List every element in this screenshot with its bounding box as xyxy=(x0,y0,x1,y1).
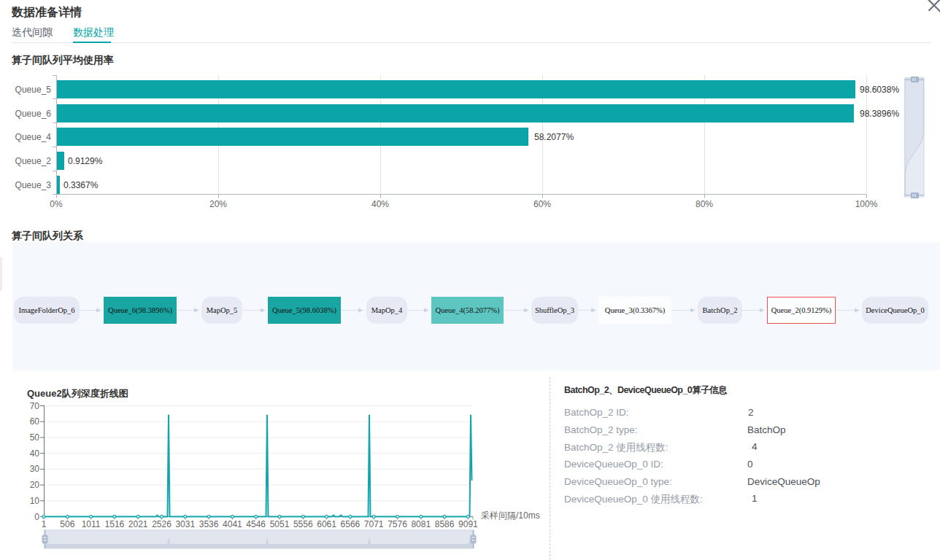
svg-text:40%: 40% xyxy=(371,199,389,209)
svg-text:1011: 1011 xyxy=(82,519,101,529)
svg-text:40: 40 xyxy=(30,448,40,459)
svg-text:6061: 6061 xyxy=(317,519,336,529)
svg-text:2021: 2021 xyxy=(128,519,148,529)
svg-text:0: 0 xyxy=(34,512,39,522)
svg-text:3536: 3536 xyxy=(199,519,219,529)
svg-text:Queue_2: Queue_2 xyxy=(15,156,52,166)
svg-text:6566: 6566 xyxy=(341,519,361,529)
svg-text:80%: 80% xyxy=(696,199,713,209)
svg-text:Queue_5: Queue_5 xyxy=(15,85,52,95)
svg-text:20%: 20% xyxy=(209,199,227,209)
svg-text:7576: 7576 xyxy=(388,519,407,529)
svg-text:10: 10 xyxy=(30,496,40,506)
svg-text:98.3896%: 98.3896% xyxy=(860,109,899,119)
svg-text:60: 60 xyxy=(30,416,40,427)
svg-text:70: 70 xyxy=(30,401,40,411)
svg-text:0%: 0% xyxy=(50,199,63,209)
svg-text:60%: 60% xyxy=(533,199,551,209)
svg-text:3031: 3031 xyxy=(175,519,195,529)
svg-text:5556: 5556 xyxy=(293,519,313,529)
svg-text:0.9129%: 0.9129% xyxy=(68,156,103,166)
svg-text:Queue_3: Queue_3 xyxy=(15,180,52,190)
svg-text:9091: 9091 xyxy=(458,519,478,529)
svg-text:7071: 7071 xyxy=(364,519,384,529)
svg-text:2526: 2526 xyxy=(152,519,172,529)
svg-text:506: 506 xyxy=(60,519,74,529)
svg-text:100%: 100% xyxy=(855,199,878,209)
svg-text:0.3367%: 0.3367% xyxy=(63,180,99,190)
svg-text:1516: 1516 xyxy=(105,519,125,529)
svg-text:20: 20 xyxy=(30,480,40,490)
svg-text:5051: 5051 xyxy=(270,519,290,529)
svg-text:50: 50 xyxy=(30,432,40,443)
svg-text:Queue_4: Queue_4 xyxy=(15,132,52,142)
svg-text:98.6038%: 98.6038% xyxy=(860,85,899,95)
svg-text:1: 1 xyxy=(42,519,47,529)
svg-text:30: 30 xyxy=(30,464,40,474)
svg-text:Queue_6: Queue_6 xyxy=(15,109,52,119)
svg-text:8081: 8081 xyxy=(411,519,431,529)
svg-text:8586: 8586 xyxy=(435,519,455,529)
svg-text:4546: 4546 xyxy=(246,519,266,529)
svg-text:采样间隔/10ms: 采样间隔/10ms xyxy=(481,510,540,521)
svg-text:58.2077%: 58.2077% xyxy=(534,132,574,142)
svg-text:4041: 4041 xyxy=(223,519,242,529)
